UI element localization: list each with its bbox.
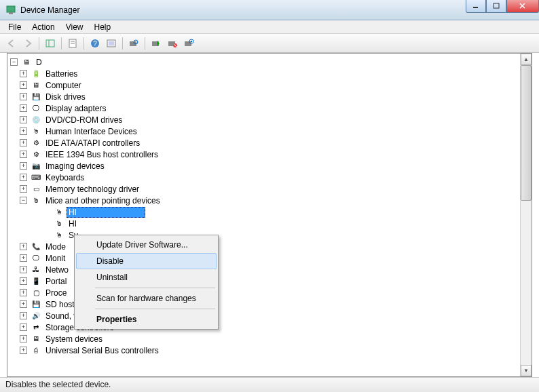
imaging-icon: [31, 161, 41, 172]
expand-icon[interactable]: +: [20, 151, 27, 158]
expand-icon[interactable]: +: [20, 81, 27, 89]
app-icon: [5, 5, 16, 16]
tree-category-label: IDE ATA/ATAPI controllers: [43, 138, 142, 149]
ctx-scan[interactable]: Scan for hardware changes: [76, 290, 217, 307]
minimize-button[interactable]: [466, 0, 486, 13]
expand-icon[interactable]: +: [20, 254, 27, 262]
expand-icon[interactable]: +: [20, 266, 27, 273]
tree-category-label: Portal: [43, 276, 69, 287]
expand-icon[interactable]: +: [20, 116, 27, 123]
expand-icon[interactable]: +: [20, 185, 27, 193]
expand-icon[interactable]: +: [20, 128, 27, 135]
menu-help[interactable]: Help: [89, 21, 117, 33]
expand-icon[interactable]: +: [20, 289, 27, 296]
collapse-icon[interactable]: −: [10, 58, 18, 66]
tree-category-label: Proce: [43, 288, 69, 298]
tree-category-label: Mode: [43, 241, 68, 252]
expand-icon[interactable]: +: [20, 70, 27, 77]
expand-icon[interactable]: +: [20, 277, 27, 285]
svg-rect-3: [494, 3, 499, 8]
tree-category[interactable]: +Universal Serial Bus controllers: [10, 345, 520, 356]
processor-icon: [31, 288, 41, 298]
maximize-button[interactable]: [486, 0, 506, 13]
properties-button[interactable]: [65, 36, 80, 51]
scroll-up-button[interactable]: ▲: [521, 54, 532, 65]
tree-category-label: Batteries: [43, 68, 79, 79]
tree-category[interactable]: +Disk drives: [10, 91, 520, 102]
expand-icon[interactable]: +: [20, 335, 27, 342]
svg-rect-14: [109, 41, 114, 45]
tree-category-label: System devices: [43, 334, 105, 345]
memory-icon: [31, 184, 41, 195]
scroll-down-button[interactable]: ▼: [521, 365, 532, 376]
tree-category[interactable]: +Display adapters: [10, 102, 520, 114]
tree-device-label: HI: [67, 218, 79, 229]
window-controls: [466, 0, 539, 13]
toolbar-separator: [145, 37, 145, 50]
ctx-uninstall[interactable]: Uninstall: [76, 269, 217, 286]
toolbar-separator: [61, 37, 62, 50]
disable-button[interactable]: [165, 36, 180, 51]
expand-icon[interactable]: +: [20, 300, 27, 308]
expand-icon[interactable]: +: [20, 162, 27, 170]
tree-category-label: Imaging devices: [43, 161, 107, 172]
expand-icon[interactable]: +: [20, 312, 27, 319]
tree-category-label: Human Interface Devices: [43, 126, 139, 137]
menu-file[interactable]: File: [3, 21, 26, 33]
show-hide-console-button[interactable]: [43, 36, 58, 51]
tree-category-label: DVD/CD-ROM drives: [43, 115, 124, 125]
ctx-disable[interactable]: Disable: [76, 253, 217, 269]
expand-icon[interactable]: +: [20, 243, 27, 250]
tree-category-label: Computer: [43, 80, 83, 91]
expand-icon[interactable]: +: [20, 104, 27, 112]
expand-icon[interactable]: +: [20, 139, 27, 146]
tree-category[interactable]: +Keyboards: [10, 172, 520, 183]
tree-device[interactable]: HI: [10, 206, 520, 218]
expand-icon[interactable]: +: [20, 324, 27, 331]
tree-root-label: D: [34, 57, 44, 68]
ctx-properties[interactable]: Properties: [76, 311, 217, 328]
menu-action[interactable]: Action: [26, 21, 60, 33]
ctx-update-driver[interactable]: Update Driver Software...: [76, 237, 217, 253]
menu-view[interactable]: View: [60, 21, 89, 33]
enable-button[interactable]: [149, 36, 164, 51]
toolbar: ?: [0, 34, 539, 53]
tree-category[interactable]: +IEEE 1394 Bus host controllers: [10, 149, 520, 160]
tree-root[interactable]: −D: [10, 56, 520, 68]
tree-category[interactable]: +Human Interface Devices: [10, 125, 520, 137]
toolbar-separator: [122, 37, 123, 50]
tree-category[interactable]: +DVD/CD-ROM drives: [10, 114, 520, 125]
forward-button[interactable]: [20, 36, 35, 51]
tree-category[interactable]: +IDE ATA/ATAPI controllers: [10, 137, 520, 149]
tree-category[interactable]: −Mice and other pointing devices: [10, 195, 520, 206]
expand-icon[interactable]: +: [20, 93, 27, 100]
battery-icon: [31, 68, 41, 79]
tree-category[interactable]: +Imaging devices: [10, 160, 520, 172]
vertical-scrollbar[interactable]: ▲ ▼: [520, 54, 532, 376]
status-text: Disables the selected device.: [5, 380, 111, 389]
help-button[interactable]: ?: [88, 36, 103, 51]
tree-category[interactable]: +Memory technology driver: [10, 183, 520, 195]
scroll-thumb[interactable]: [521, 65, 532, 201]
close-button[interactable]: [506, 0, 539, 13]
sd-icon: [31, 299, 41, 310]
mouse-icon: [54, 218, 64, 229]
expand-icon[interactable]: +: [20, 174, 27, 181]
collapse-icon[interactable]: −: [20, 197, 27, 204]
back-button[interactable]: [4, 36, 19, 51]
uninstall-button[interactable]: [181, 36, 196, 51]
titlebar: Device Manager: [0, 0, 539, 20]
refresh-button[interactable]: [104, 36, 119, 51]
context-menu: Update Driver Software... Disable Uninst…: [74, 235, 219, 330]
ctx-separator: [95, 309, 215, 309]
tree-category[interactable]: +System devices: [10, 333, 520, 345]
scan-hardware-button[interactable]: [126, 36, 141, 51]
tree-category[interactable]: +Computer: [10, 79, 520, 91]
sound-icon: [31, 311, 41, 321]
tree-device[interactable]: HI: [10, 218, 520, 229]
ctx-separator: [95, 288, 215, 288]
tree-category-label: Mice and other pointing devices: [43, 195, 162, 206]
monitor-icon: [31, 253, 41, 264]
tree-category[interactable]: +Batteries: [10, 68, 520, 79]
expand-icon[interactable]: +: [20, 347, 27, 354]
